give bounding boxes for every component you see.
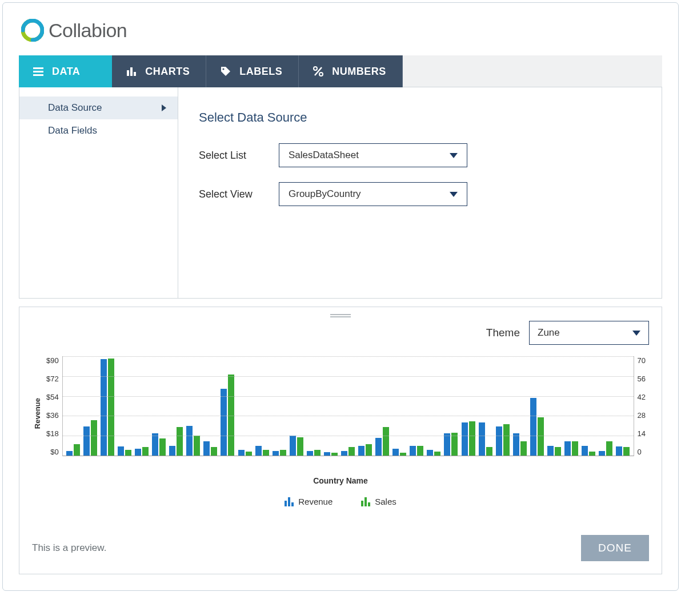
bar-group: [99, 359, 115, 456]
content-area: Select Data Source Select List SalesData…: [178, 87, 662, 298]
bar-revenue: [66, 451, 73, 456]
bar-revenue: [83, 426, 90, 456]
bar-sales: [606, 441, 612, 456]
bar-group: [615, 446, 631, 456]
sidebar-item-data-source[interactable]: Data Source: [19, 96, 178, 119]
bar-group: [580, 446, 596, 456]
bar-sales: [623, 447, 630, 456]
svg-rect-0: [33, 67, 43, 69]
row-select-view: Select View GroupByCountry: [199, 182, 641, 206]
tag-icon: [220, 66, 231, 77]
tab-labels[interactable]: LABELS: [206, 55, 299, 87]
bar-sales: [159, 438, 166, 456]
bar-revenue: [582, 446, 588, 456]
bar-group: [512, 433, 528, 456]
tab-numbers[interactable]: NUMBERS: [299, 55, 403, 87]
svg-rect-4: [130, 67, 133, 76]
bar-sales: [246, 452, 252, 456]
y-axis-left-ticks: $90$72$54$36$18$0: [43, 356, 62, 456]
bar-sales: [486, 447, 492, 456]
bar-revenue: [255, 446, 262, 456]
theme-value: Zune: [538, 327, 560, 339]
bar-sales: [520, 441, 527, 456]
bar-revenue: [307, 451, 313, 456]
bar-sales: [280, 450, 286, 456]
label-select-list: Select List: [199, 150, 262, 162]
app-window: Collabion DATA CHARTS LABELS NUMBERS: [2, 2, 679, 591]
bar-revenue: [273, 451, 279, 456]
select-list-dropdown[interactable]: SalesDataSheet: [279, 143, 467, 167]
bar-group: [460, 421, 476, 456]
bar-revenue: [290, 436, 296, 456]
bar-sales: [177, 427, 183, 456]
bar-revenue: [599, 451, 605, 456]
select-view-value: GroupByCountry: [289, 188, 361, 200]
bar-revenue: [238, 450, 245, 456]
sidebar-item-data-fields[interactable]: Data Fields: [19, 119, 178, 142]
theme-label: Theme: [486, 327, 520, 339]
tab-label: LABELS: [239, 66, 282, 78]
theme-dropdown[interactable]: Zune: [529, 321, 649, 345]
bar-group: [374, 427, 390, 456]
resize-handle-icon[interactable]: [330, 314, 351, 317]
config-panel: Data Source Data Fields Select Data Sour…: [19, 87, 662, 299]
bar-sales: [314, 450, 321, 456]
bar-group: [391, 449, 407, 456]
select-view-dropdown[interactable]: GroupByCountry: [279, 182, 467, 206]
bar-revenue: [341, 451, 347, 456]
bar-group: [185, 426, 201, 456]
bar-sales: [331, 453, 338, 456]
svg-point-8: [319, 73, 323, 76]
bar-group: [237, 450, 253, 456]
percent-icon: [313, 66, 324, 77]
bar-group: [323, 452, 339, 456]
bar-revenue: [479, 422, 485, 456]
bar-revenue: [203, 441, 210, 456]
bar-revenue: [169, 446, 175, 456]
tab-charts[interactable]: CHARTS: [112, 55, 206, 87]
legend: Revenue Sales: [32, 497, 649, 506]
caret-down-icon: [450, 153, 458, 158]
bar-group: [426, 450, 442, 456]
bar-sales: [434, 452, 440, 456]
bar-group: [495, 424, 511, 456]
tab-label: DATA: [52, 66, 80, 78]
bar-sales: [142, 447, 149, 456]
svg-rect-2: [33, 74, 43, 76]
sidebar-item-label: Data Fields: [48, 125, 97, 136]
svg-point-6: [223, 68, 225, 70]
content-title: Select Data Source: [199, 110, 641, 125]
bar-group: [306, 450, 322, 456]
tab-data[interactable]: DATA: [19, 55, 112, 87]
bar-group: [563, 441, 579, 456]
bar-sales: [400, 453, 406, 456]
bar-revenue: [564, 441, 571, 456]
brand-name: Collabion: [49, 19, 127, 42]
sidebar-item-label: Data Source: [48, 102, 102, 114]
bar-sales: [74, 444, 80, 456]
bar-sales: [503, 424, 510, 456]
bar-group: [357, 444, 373, 456]
caret-down-icon: [450, 192, 458, 197]
bar-sales: [538, 417, 544, 456]
svg-line-9: [315, 67, 322, 75]
legend-item-revenue: Revenue: [285, 497, 333, 506]
done-button[interactable]: DONE: [581, 535, 649, 561]
bar-revenue: [186, 426, 193, 456]
brand-logo-icon: [21, 19, 44, 42]
svg-point-7: [314, 67, 317, 70]
bar-group: [289, 436, 305, 456]
bar-group: [65, 444, 81, 456]
svg-rect-3: [127, 70, 129, 76]
bar-sales: [194, 436, 200, 456]
legend-label: Sales: [375, 497, 396, 506]
caret-down-icon: [632, 331, 640, 336]
svg-rect-5: [134, 72, 136, 76]
sidebar: Data Source Data Fields: [19, 87, 178, 298]
bar-revenue: [616, 446, 622, 456]
preview-note: This is a preview.: [32, 542, 106, 554]
bar-chart-icon: [126, 66, 137, 77]
bar-sales: [228, 375, 234, 456]
row-select-list: Select List SalesDataSheet: [199, 143, 641, 167]
theme-row: Theme Zune: [32, 321, 649, 345]
